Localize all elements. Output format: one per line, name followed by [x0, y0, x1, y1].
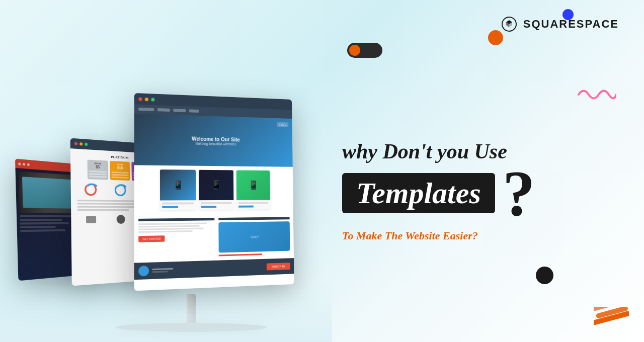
- headline-line1: why Don't you Use: [342, 140, 614, 163]
- headline-area: why Don't you Use Templates ? To Make Th…: [342, 140, 614, 242]
- mock-footer-btn: SUBSCRIBE: [267, 263, 290, 270]
- logo-area: SQUARESPACE: [500, 15, 619, 33]
- bottom-fade: [0, 282, 332, 342]
- screen-main-website: ● LIVE Welcome to Our Site Building beau…: [134, 93, 294, 291]
- mock-hero: ● LIVE Welcome to Our Site Building beau…: [134, 114, 293, 167]
- decor-blue-circle: [562, 9, 574, 20]
- mock-cta-button: GET STARTED: [138, 235, 165, 242]
- decor-dark-circle: [536, 267, 553, 284]
- screens-area: PLATINUM SILVER $5 GOLD $10: [0, 0, 332, 342]
- headline-templates-row: Templates ?: [342, 167, 614, 219]
- content-block-1: GET STARTED: [138, 218, 215, 259]
- right-content-area: SQUARESPACE why Don't you Use Templates …: [322, 0, 644, 342]
- product-card-2: 📱: [199, 170, 233, 210]
- subtitle-text: To Make The Website Easier?: [342, 229, 614, 242]
- decor-wave: [576, 84, 616, 105]
- squarespace-logo-icon: [500, 15, 518, 33]
- decor-stripes: [594, 307, 629, 337]
- mock-map-block: MAP: [218, 221, 290, 252]
- silver-card: SILVER $5: [88, 160, 109, 180]
- brand-name-label: SQUARESPACE: [523, 18, 619, 31]
- product-card-3: 📱: [236, 170, 270, 209]
- content-accent-line: [219, 253, 262, 256]
- headline-templates-text: Templates: [356, 177, 481, 210]
- mock-hero-subtitle: Building beautiful websites: [196, 142, 236, 146]
- question-mark: ?: [503, 167, 535, 219]
- mock-products: 📱 📱 📱: [134, 165, 293, 214]
- content-block-2: MAP: [218, 217, 290, 256]
- mock-hero-badge: ● LIVE: [277, 122, 288, 127]
- templates-box: Templates: [342, 173, 495, 213]
- gold-card: GOLD $10: [110, 161, 130, 181]
- mock-content-area: GET STARTED MAP: [134, 213, 294, 263]
- product-card-1: 📱: [160, 169, 196, 210]
